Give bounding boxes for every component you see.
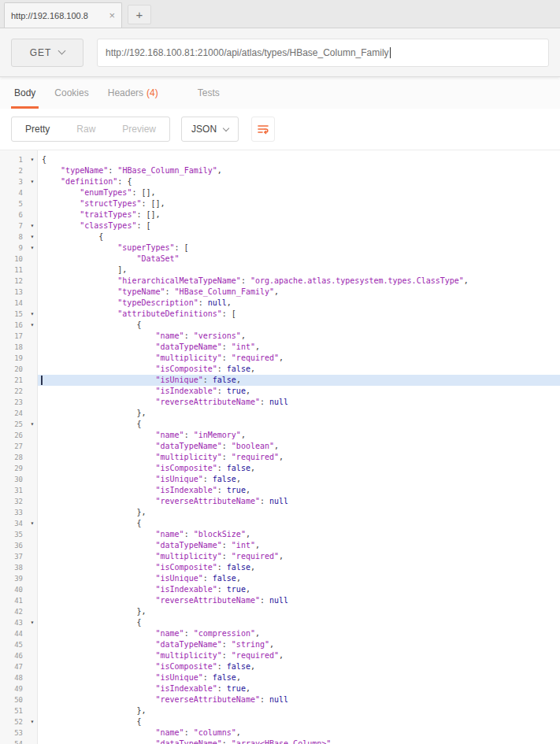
format-label: JSON (191, 124, 217, 135)
code-line[interactable]: 27 "dataTypeName": "boolean", (0, 441, 560, 452)
code-line[interactable]: 29 "isComposite": false, (0, 463, 560, 474)
code-line[interactable]: 37 "multiplicity": "required", (0, 551, 560, 562)
tab-body[interactable]: Body (5, 77, 45, 109)
new-tab-button[interactable]: + (128, 5, 151, 24)
code-line[interactable]: 28 "multiplicity": "required", (0, 452, 560, 463)
fold-arrow-icon[interactable]: ▾ (27, 617, 38, 628)
code-line[interactable]: 34▾ { (0, 518, 560, 529)
fold-arrow-icon[interactable]: ▾ (27, 320, 38, 331)
wrap-lines-icon (257, 123, 269, 135)
line-number: 9 (0, 242, 27, 254)
line-number: 25 (0, 419, 27, 430)
code-line[interactable]: 14 "typeDescription": null, (0, 298, 560, 309)
wrap-lines-button[interactable] (251, 117, 275, 142)
code-line[interactable]: 53 "name": "columns", (0, 727, 560, 738)
fold-spacer (27, 727, 38, 738)
code-line[interactable]: 46 "multiplicity": "required", (0, 650, 560, 661)
fold-arrow-icon[interactable]: ▾ (27, 220, 38, 231)
tab-tests[interactable]: Tests (188, 77, 229, 109)
code-line[interactable]: 20 "isComposite": false, (0, 364, 560, 375)
view-mode-preview[interactable]: Preview (109, 117, 169, 141)
line-number: 11 (0, 265, 27, 276)
code-line[interactable]: 43▾ { (0, 617, 560, 628)
url-input[interactable]: http://192.168.100.81:21000/api/atlas/ty… (97, 39, 549, 67)
code-line[interactable]: 52▾ { (0, 716, 560, 727)
code-line[interactable]: 18 "dataTypeName": "int", (0, 342, 560, 353)
code-line[interactable]: 31 "isIndexable": true, (0, 485, 560, 496)
fold-arrow-icon[interactable]: ▾ (27, 518, 38, 529)
code-line[interactable]: 5 "structTypes": [], (0, 198, 560, 209)
code-line[interactable]: 49 "isIndexable": true, (0, 683, 560, 694)
line-number: 27 (0, 441, 27, 452)
code-line[interactable]: 33 }, (0, 507, 560, 518)
code-text: "multiplicity": "required", (38, 650, 560, 661)
line-number: 37 (0, 551, 27, 562)
code-line[interactable]: 47 "isComposite": false, (0, 661, 560, 672)
code-line[interactable]: 50 "reverseAttributeName": null (0, 694, 560, 705)
view-mode-raw[interactable]: Raw (63, 117, 109, 141)
code-line[interactable]: 39 "isUnique": false, (0, 573, 560, 584)
code-line[interactable]: 35 "name": "blockSize", (0, 529, 560, 540)
code-line[interactable]: 45 "dataTypeName": "string", (0, 639, 560, 650)
code-line[interactable]: 48 "isUnique": false, (0, 672, 560, 683)
code-lines: 1▾{2 "typeName": "HBase_Column_Family",3… (0, 150, 560, 744)
line-number: 4 (0, 187, 27, 198)
code-line[interactable]: 13 "typeName": "HBase_Column_Family", (0, 287, 560, 298)
fold-arrow-icon[interactable]: ▾ (27, 309, 38, 320)
code-line[interactable]: 16▾ { (0, 320, 560, 331)
fold-arrow-icon[interactable]: ▾ (27, 154, 38, 165)
code-line[interactable]: 22 "isIndexable": true, (0, 386, 560, 397)
code-line[interactable]: 26 "name": "inMemory", (0, 430, 560, 441)
code-line[interactable]: 36 "dataTypeName": "int", (0, 540, 560, 551)
code-text: "multiplicity": "required", (38, 452, 560, 463)
close-tab-icon[interactable]: × (104, 9, 115, 21)
code-line[interactable]: 21 "isUnique": false, (0, 375, 560, 386)
tab-headers[interactable]: Headers (4) (98, 77, 168, 109)
fold-arrow-icon[interactable]: ▾ (27, 231, 38, 242)
code-line[interactable]: 17 "name": "versions", (0, 331, 560, 342)
code-line[interactable]: 25▾ { (0, 419, 560, 430)
code-line[interactable]: 2 "typeName": "HBase_Column_Family", (0, 165, 560, 176)
format-dropdown[interactable]: JSON (181, 117, 239, 142)
code-line[interactable]: 24 }, (0, 408, 560, 419)
fold-spacer (27, 584, 38, 595)
fold-spacer (27, 276, 38, 287)
code-line[interactable]: 40 "isIndexable": true, (0, 584, 560, 595)
code-line[interactable]: 19 "multiplicity": "required", (0, 353, 560, 364)
code-line[interactable]: 12 "hierarchicalMetaTypeName": "org.apac… (0, 276, 560, 287)
fold-arrow-icon[interactable]: ▾ (27, 176, 38, 187)
request-tab[interactable]: http://192.168.100.8 × (4, 2, 122, 28)
url-text: http://192.168.100.81:21000/api/atlas/ty… (106, 47, 389, 58)
code-line[interactable]: 4 "enumTypes": [], (0, 187, 560, 198)
code-line[interactable]: 51 }, (0, 705, 560, 716)
code-line[interactable]: 1▾{ (0, 154, 560, 165)
line-number: 43 (0, 617, 27, 628)
code-line[interactable]: 3▾ "definition": { (0, 176, 560, 187)
line-number: 52 (0, 716, 27, 727)
fold-arrow-icon[interactable]: ▾ (27, 242, 38, 254)
method-dropdown[interactable]: GET (11, 39, 83, 67)
code-line[interactable]: 9▾ "superTypes": [ (0, 242, 560, 254)
code-line[interactable]: 38 "isComposite": false, (0, 562, 560, 573)
code-line[interactable]: 10 "DataSet" (0, 254, 560, 265)
fold-arrow-icon[interactable]: ▾ (27, 716, 38, 727)
code-line[interactable]: 23 "reverseAttributeName": null (0, 397, 560, 408)
code-line[interactable]: 32 "reverseAttributeName": null (0, 496, 560, 507)
view-mode-pretty[interactable]: Pretty (12, 117, 63, 141)
code-line[interactable]: 30 "isUnique": false, (0, 474, 560, 485)
code-text: "reverseAttributeName": null (38, 496, 560, 507)
line-number: 5 (0, 198, 27, 209)
code-line[interactable]: 15▾ "attributeDefinitions": [ (0, 309, 560, 320)
code-line[interactable]: 11 ], (0, 265, 560, 276)
response-body-editor[interactable]: 1▾{2 "typeName": "HBase_Column_Family",3… (0, 150, 560, 744)
code-line[interactable]: 6 "traitTypes": [], (0, 209, 560, 220)
code-line[interactable]: 44 "name": "compression", (0, 628, 560, 639)
fold-spacer (27, 683, 38, 694)
code-line[interactable]: 54 "dataTypeName": "array<HBase_Column>"… (0, 738, 560, 744)
code-line[interactable]: 42 }, (0, 606, 560, 617)
code-line[interactable]: 7▾ "classTypes": [ (0, 220, 560, 231)
fold-arrow-icon[interactable]: ▾ (27, 419, 38, 430)
code-line[interactable]: 8▾ { (0, 231, 560, 242)
tab-cookies[interactable]: Cookies (45, 77, 98, 109)
code-line[interactable]: 41 "reverseAttributeName": null (0, 595, 560, 606)
